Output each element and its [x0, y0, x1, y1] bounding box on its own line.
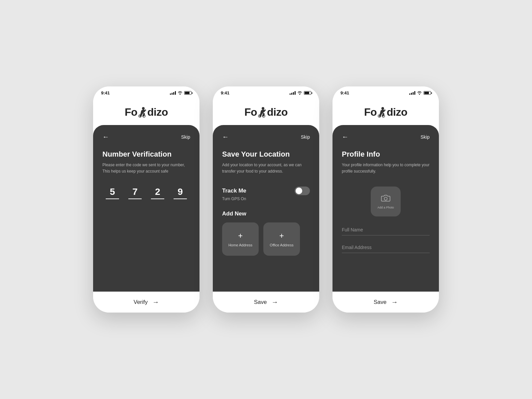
office-address-label: Office Address: [270, 243, 293, 247]
logo-rider-3: [377, 107, 386, 118]
home-address-label: Home Address: [228, 243, 252, 247]
add-new-label: Add New: [222, 210, 310, 217]
address-cards: + Home Address + Office Address: [222, 222, 310, 256]
skip-button-2[interactable]: Skip: [301, 134, 310, 140]
logo-area-1: Fo dizo: [93, 97, 200, 125]
svg-point-9: [384, 197, 387, 200]
logo-left-1: Fo: [125, 106, 137, 118]
screen-title-3: Profile Info: [342, 150, 430, 159]
nav-row-2: ← Skip: [222, 133, 310, 141]
screen-subtitle-2: Add your location to your account, as we…: [222, 162, 310, 175]
office-address-card[interactable]: + Office Address: [263, 222, 300, 256]
otp-row: 5 7 2 9: [102, 187, 190, 199]
camera-icon: [381, 194, 390, 204]
back-button-2[interactable]: ←: [222, 133, 229, 141]
action-bar-2: Save →: [213, 292, 319, 313]
logo-1: Fo dizo: [125, 106, 168, 118]
otp-digit-1[interactable]: 5: [106, 187, 119, 199]
status-bar-1: 9:41: [93, 86, 200, 97]
gps-toggle[interactable]: [295, 187, 310, 195]
status-icons-3: [409, 91, 431, 95]
status-bar-3: 9:41: [332, 86, 439, 97]
dark-card-1: ← Skip Number Verification Please enter …: [93, 125, 200, 292]
wifi-icon-3: [417, 91, 422, 95]
status-time-2: 9:41: [221, 90, 229, 95]
svg-point-3: [262, 107, 264, 110]
save-arrow-3[interactable]: →: [391, 298, 398, 306]
track-me-sub: Turn GPS On: [222, 197, 310, 201]
skip-button-1[interactable]: Skip: [181, 134, 190, 140]
logo-area-3: Fo dizo: [332, 97, 439, 125]
logo-area-2: Fo dizo: [213, 97, 319, 125]
home-plus-icon: +: [238, 231, 243, 240]
otp-digit-3[interactable]: 2: [151, 187, 164, 199]
nav-row-1: ← Skip: [102, 133, 190, 141]
logo-rider-2: [257, 107, 267, 118]
status-bar-2: 9:41: [213, 86, 319, 97]
back-button-3[interactable]: ←: [342, 133, 348, 141]
screen-subtitle-3: Your profile information help you to com…: [342, 162, 430, 175]
phone-1: 9:41 Fo: [93, 86, 200, 313]
logo-2: Fo dizo: [244, 106, 288, 118]
svg-point-0: [142, 107, 145, 110]
battery-icon-1: [184, 91, 192, 95]
screen-title-2: Save Your Location: [222, 150, 310, 159]
dark-card-2: ← Skip Save Your Location Add your locat…: [213, 125, 319, 292]
wifi-icon-2: [297, 91, 302, 95]
battery-icon-2: [304, 91, 311, 95]
logo-right-2: dizo: [267, 106, 288, 118]
back-button-1[interactable]: ←: [102, 133, 109, 141]
logo-left-2: Fo: [244, 106, 257, 118]
logo-right-3: dizo: [387, 106, 407, 118]
verify-arrow[interactable]: →: [152, 298, 159, 306]
action-bar-1: Verify →: [93, 292, 200, 313]
email-input[interactable]: [342, 242, 430, 253]
status-icons-1: [170, 91, 192, 95]
track-me-row: Track Me: [222, 187, 310, 195]
signal-icon-2: [290, 91, 296, 95]
dark-card-3: ← Skip Profile Info Your profile informa…: [332, 125, 439, 292]
battery-icon-3: [424, 91, 431, 95]
full-name-input[interactable]: [342, 224, 430, 235]
status-icons-2: [290, 91, 311, 95]
home-address-card[interactable]: + Home Address: [222, 222, 259, 256]
save-label-2: Save: [254, 299, 267, 306]
otp-digit-4[interactable]: 9: [174, 187, 187, 199]
logo-rider-1: [138, 107, 147, 118]
verify-label: Verify: [134, 299, 148, 306]
signal-icon-3: [409, 91, 415, 95]
add-photo-button[interactable]: Add a Photo: [371, 187, 401, 216]
wifi-icon-1: [178, 91, 183, 95]
screen-subtitle-1: Please enter the code we sent to your nu…: [102, 162, 190, 175]
logo-3: Fo dizo: [364, 106, 407, 118]
office-plus-icon: +: [279, 231, 284, 240]
nav-row-3: ← Skip: [342, 133, 430, 141]
logo-right-1: dizo: [147, 106, 168, 118]
action-bar-3: Save →: [332, 292, 439, 313]
save-label-3: Save: [374, 299, 387, 306]
svg-point-6: [381, 107, 384, 110]
save-arrow-2[interactable]: →: [271, 298, 278, 306]
photo-area: Add a Photo: [342, 187, 430, 216]
track-me-label: Track Me: [222, 188, 246, 194]
add-photo-label: Add a Photo: [377, 206, 394, 209]
otp-digit-2[interactable]: 7: [128, 187, 142, 199]
status-time-1: 9:41: [101, 90, 110, 95]
phone-3: 9:41 Fo: [332, 86, 439, 313]
signal-icon-1: [170, 91, 176, 95]
screen-title-1: Number Verification: [102, 150, 190, 159]
status-time-3: 9:41: [340, 90, 349, 95]
phone-2: 9:41 Fo: [213, 86, 319, 313]
skip-button-3[interactable]: Skip: [421, 134, 430, 140]
logo-left-3: Fo: [364, 106, 377, 118]
